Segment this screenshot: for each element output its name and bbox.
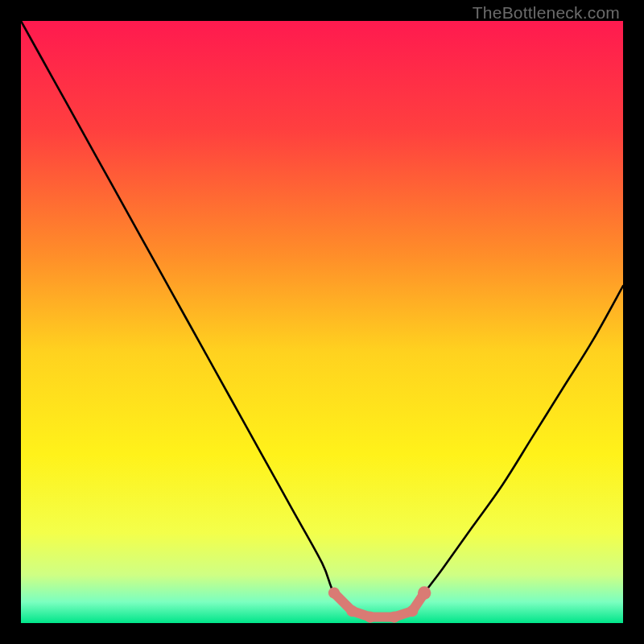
optimal-region-dot <box>418 586 431 599</box>
bottleneck-curve <box>21 21 623 618</box>
optimal-region-dot <box>407 605 418 617</box>
optimal-region-dot <box>346 605 357 617</box>
watermark-text: TheBottleneck.com <box>473 3 620 23</box>
optimal-region-dot <box>389 611 400 622</box>
plot-area <box>21 21 623 623</box>
optimal-region-dot <box>328 587 340 598</box>
chart-frame: TheBottleneck.com <box>0 0 644 644</box>
optimal-region-markers <box>328 586 431 622</box>
curve-layer <box>21 21 623 623</box>
optimal-region-dot <box>365 611 376 622</box>
